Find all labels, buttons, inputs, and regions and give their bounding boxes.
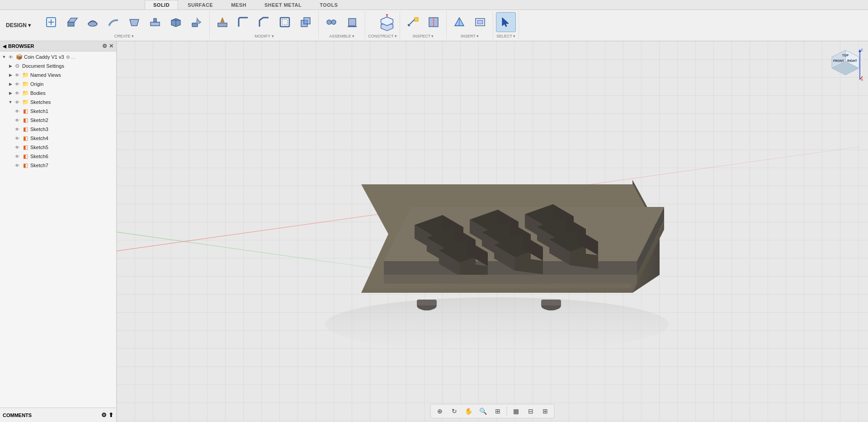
comments-settings-icon[interactable]: ⚙ [101, 412, 107, 418]
tree-sketch1[interactable]: 👁 ◧ Sketch1 [0, 107, 116, 116]
doc-settings-expand[interactable]: ▶ [7, 63, 14, 69]
root-visibility-icon[interactable]: 👁 [7, 53, 14, 61]
select-label[interactable]: SELECT ▾ [496, 34, 516, 38]
combine-btn[interactable] [296, 12, 316, 32]
tree-bodies[interactable]: ▶ 👁 📁 Bodies [0, 89, 116, 98]
extrude-btn[interactable] [62, 12, 82, 32]
svg-rect-13 [192, 23, 198, 27]
assemble-group: ASSEMBLE ▾ [319, 11, 365, 39]
browser-header: ◀ BROWSER ⚙ ✕ [0, 41, 116, 52]
tree-document-settings[interactable]: ▶ ⚙ Document Settings [0, 61, 116, 70]
display-settings-btn[interactable]: ▦ [510, 406, 523, 417]
view-cube[interactable]: RIGHT FRONT TOP Z X [827, 46, 863, 82]
tree-sketch5[interactable]: 👁 ◧ Sketch5 [0, 143, 116, 152]
sketches-label: Sketches [30, 99, 51, 105]
canvas-btn[interactable] [470, 12, 490, 32]
environment-btn[interactable]: ⊞ [539, 406, 552, 417]
named-views-expand[interactable]: ▶ [7, 72, 14, 78]
rib-btn[interactable] [145, 12, 165, 32]
modify-label[interactable]: MODIFY ▾ [212, 34, 316, 38]
svg-rect-22 [349, 19, 356, 26]
shell-btn[interactable] [275, 12, 295, 32]
svg-marker-6 [130, 19, 139, 26]
browser-tree: ▼ 👁 📦 Coin Caddy V1 v3 ⚙ … ▶ ⚙ Document … [0, 52, 116, 408]
chamfer-btn[interactable] [254, 12, 274, 32]
origin-expand[interactable]: ▶ [7, 81, 14, 87]
zoom-fit-btn[interactable]: ⊞ [491, 406, 504, 417]
press-pull-btn[interactable] [212, 12, 232, 32]
root-label: Coin Caddy V1 v3 [24, 54, 64, 60]
tab-sheet-metal[interactable]: SHEET METAL [256, 0, 310, 9]
box-btn[interactable] [166, 12, 186, 32]
pan-btn[interactable]: ✋ [462, 406, 475, 417]
sweep-btn[interactable] [104, 12, 123, 32]
navigate-btn[interactable]: ⊕ [434, 406, 446, 417]
new-component-btn[interactable] [41, 12, 61, 32]
root-more-icon[interactable]: … [71, 55, 75, 60]
sketch5-visibility[interactable]: 👁 [14, 144, 21, 151]
grid-settings-btn[interactable]: ⊟ [524, 406, 537, 417]
sketch2-visibility[interactable]: 👁 [14, 117, 21, 124]
svg-point-21 [331, 20, 336, 24]
tree-sketch3[interactable]: 👁 ◧ Sketch3 [0, 125, 116, 134]
tab-surface[interactable]: SURFACE [179, 0, 222, 9]
tab-solid[interactable]: SOLID [145, 0, 178, 9]
sketch1-label: Sketch1 [30, 108, 48, 114]
tree-sketch6[interactable]: 👁 ◧ Sketch6 [0, 152, 116, 161]
root-settings-icon[interactable]: ⚙ [66, 55, 70, 60]
joint-btn[interactable] [321, 12, 341, 32]
tree-sketch2[interactable]: 👁 ◧ Sketch2 [0, 116, 116, 125]
named-views-visibility[interactable]: 👁 [14, 71, 21, 79]
svg-text:RIGHT: RIGHT [847, 59, 858, 62]
model-3d [293, 89, 700, 361]
sketch5-label: Sketch5 [30, 145, 48, 150]
sketch7-visibility[interactable]: 👁 [14, 162, 21, 169]
fillet-btn[interactable] [233, 12, 253, 32]
insert-mesh-btn[interactable] [449, 12, 469, 32]
tree-root[interactable]: ▼ 👁 📦 Coin Caddy V1 v3 ⚙ … [0, 52, 116, 61]
tab-mesh[interactable]: MESH [222, 0, 255, 9]
inspect-label[interactable]: INSPECT ▾ [403, 34, 443, 38]
loft-btn[interactable] [124, 12, 144, 32]
design-dropdown[interactable]: DESIGN ▾ [2, 20, 35, 31]
bodies-visibility[interactable]: 👁 [14, 89, 21, 97]
sketch4-visibility[interactable]: 👁 [14, 135, 21, 142]
construct-label[interactable]: CONSTRUCT ▾ [368, 34, 397, 38]
assemble-label[interactable]: ASSEMBLE ▾ [321, 34, 362, 38]
tree-named-views[interactable]: ▶ 👁 📁 Named Views [0, 70, 116, 80]
select-btn[interactable] [496, 12, 516, 32]
comments-panel: COMMENTS ⚙ ⬆ [0, 408, 116, 422]
sketch6-visibility[interactable]: 👁 [14, 153, 21, 160]
viewport[interactable]: RIGHT FRONT TOP Z X ⊕ ↻ ✋ 🔍 ⊞ ▦ ⊟ ⊞ [117, 41, 868, 422]
move-copy-btn[interactable] [187, 12, 207, 32]
insert-label[interactable]: INSERT ▾ [449, 34, 490, 38]
browser-collapse-icon[interactable]: ◀ [3, 44, 6, 49]
ground-btn[interactable] [342, 12, 362, 32]
section-analysis-btn[interactable] [424, 12, 443, 32]
origin-visibility[interactable]: 👁 [14, 80, 21, 88]
tree-sketch7[interactable]: 👁 ◧ Sketch7 [0, 161, 116, 170]
named-views-label: Named Views [30, 72, 61, 78]
measure-btn[interactable] [403, 12, 423, 32]
comments-expand-icon[interactable]: ⬆ [108, 412, 113, 418]
bodies-expand[interactable]: ▶ [7, 90, 14, 96]
construct-group: CONSTRUCT ▾ [365, 11, 400, 39]
orbit-btn[interactable]: ↻ [448, 406, 461, 417]
create-label[interactable]: CREATE ▾ [41, 34, 207, 38]
zoom-btn[interactable]: 🔍 [477, 406, 490, 417]
sketches-expand[interactable]: ▼ [7, 99, 14, 105]
offset-plane-btn[interactable] [377, 12, 397, 32]
named-views-folder-icon: 📁 [22, 71, 29, 79]
sketch1-visibility[interactable]: 👁 [14, 108, 21, 115]
browser-settings-icon[interactable]: ⚙ [102, 43, 107, 49]
tree-sketch4[interactable]: 👁 ◧ Sketch4 [0, 134, 116, 143]
sketches-visibility[interactable]: 👁 [14, 98, 21, 106]
tree-origin[interactable]: ▶ 👁 📁 Origin [0, 80, 116, 89]
tab-tools[interactable]: TOOLS [311, 0, 346, 9]
tree-sketches[interactable]: ▼ 👁 📁 Sketches [0, 98, 116, 107]
root-expand-icon[interactable]: ▼ [1, 54, 7, 60]
tray-bottom-rim [384, 275, 637, 284]
revolve-btn[interactable] [83, 12, 103, 32]
browser-close-icon[interactable]: ✕ [109, 43, 113, 49]
sketch3-visibility[interactable]: 👁 [14, 126, 21, 133]
